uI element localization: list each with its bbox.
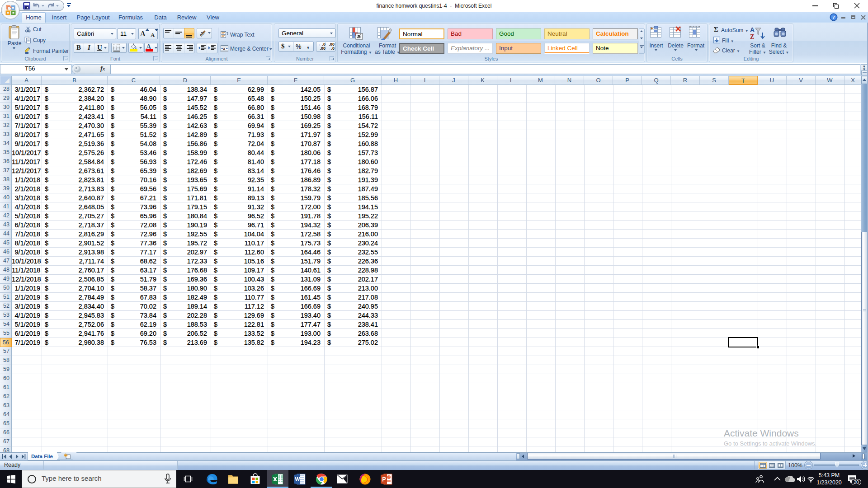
svg-text:Z: Z [750,33,754,40]
svg-text:A: A [750,26,755,33]
svg-text:?: ? [832,14,835,20]
svg-text:a: a [223,47,226,51]
